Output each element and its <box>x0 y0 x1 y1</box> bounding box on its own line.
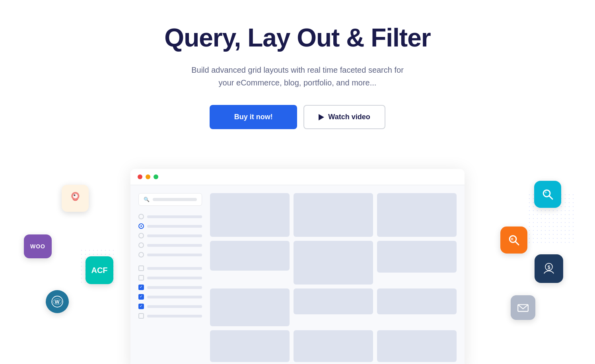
checkbox-5-checked <box>138 304 144 309</box>
checkbox-6 <box>138 313 144 319</box>
browser-dot-green <box>154 174 158 179</box>
checkbox-item-6[interactable] <box>138 313 202 319</box>
filter-sidebar: 🔍 <box>138 193 202 362</box>
grid-card-5 <box>294 241 373 285</box>
grid-card-10 <box>210 330 290 362</box>
search-cyan-icon <box>534 181 561 208</box>
grid-card-1 <box>210 193 290 237</box>
buy-now-button[interactable]: Buy it now! <box>210 105 297 129</box>
grid-card-3 <box>377 193 457 237</box>
radio-filter-group <box>138 214 202 258</box>
hero-buttons: Buy it now! Watch video <box>8 105 587 129</box>
floating-icons-left: WOO ACF W <box>0 169 123 360</box>
radio-item-5[interactable] <box>138 252 202 258</box>
svg-text:R: R <box>511 238 513 242</box>
browser-dot-red <box>138 174 142 179</box>
radio-item-4[interactable] <box>138 242 202 248</box>
radio-circle-4 <box>138 242 144 248</box>
acf-label: ACF <box>91 266 107 275</box>
grid-card-9 <box>377 288 457 314</box>
browser-window: 🔍 <box>130 169 465 364</box>
checkbox-filter-group <box>138 265 202 319</box>
watch-video-label: Watch video <box>328 113 370 121</box>
mail-svg <box>517 301 529 314</box>
hero-title: Query, Lay Out & Filter <box>8 24 587 52</box>
radio-label-5 <box>147 254 202 256</box>
dollar-svg: $ <box>541 261 556 276</box>
hero-section: Query, Lay Out & Filter Build advanced g… <box>0 0 595 169</box>
search-cyan-svg <box>541 187 555 201</box>
woo-label: WOO <box>30 243 45 250</box>
svg-point-0 <box>71 192 79 200</box>
mockup-section: WOO ACF W <box>0 169 595 364</box>
checkbox-1 <box>138 265 144 271</box>
svg-point-8 <box>509 236 516 243</box>
play-icon <box>319 114 324 120</box>
dot-pattern-left <box>80 248 115 284</box>
radio-item-1[interactable] <box>138 214 202 219</box>
svg-rect-13 <box>518 305 528 312</box>
radio-item-3[interactable] <box>138 233 202 238</box>
grid-display <box>210 193 457 362</box>
watch-video-button[interactable]: Watch video <box>303 105 385 129</box>
checkbox-item-3[interactable] <box>138 285 202 290</box>
radio-circle-1 <box>138 214 144 219</box>
grid-card-6 <box>377 241 457 273</box>
dot-pattern-right <box>527 193 575 244</box>
checkbox-label-5 <box>147 305 202 308</box>
wp-svg: W <box>51 295 64 308</box>
checkbox-label-4 <box>147 296 202 298</box>
mail-icon <box>511 295 535 320</box>
woocommerce-icon: WOO <box>24 234 52 258</box>
floating-icons-right: R $ <box>468 169 595 364</box>
browser-content: 🔍 <box>130 185 465 364</box>
filter-search-box[interactable]: 🔍 <box>138 193 202 206</box>
browser-bar <box>130 169 465 185</box>
checkbox-3-checked <box>138 285 144 290</box>
radio-label-1 <box>147 215 202 218</box>
svg-line-6 <box>549 196 552 199</box>
checkbox-label-1 <box>147 267 202 270</box>
svg-text:$: $ <box>548 265 550 271</box>
grid-card-12 <box>377 330 457 362</box>
svg-point-7 <box>545 192 547 194</box>
radio-item-2[interactable] <box>138 223 202 229</box>
radio-label-4 <box>147 244 202 247</box>
dollar-icon: $ <box>535 254 563 283</box>
svg-point-1 <box>73 194 78 198</box>
grid-card-8 <box>294 288 373 314</box>
svg-line-9 <box>515 242 519 245</box>
checkbox-2 <box>138 275 144 281</box>
grid-card-7 <box>210 288 290 326</box>
svg-text:W: W <box>55 299 60 305</box>
grid-card-11 <box>294 330 373 362</box>
checkbox-label-2 <box>147 277 202 279</box>
radio-label-2 <box>147 225 202 228</box>
search-placeholder-bar <box>153 198 197 201</box>
wordpress-icon: W <box>46 290 69 313</box>
page-wrapper: Query, Lay Out & Filter Build advanced g… <box>0 0 595 364</box>
checkbox-item-4[interactable] <box>138 294 202 300</box>
checkbox-item-2[interactable] <box>138 275 202 281</box>
svg-point-5 <box>543 190 550 197</box>
svg-point-11 <box>545 263 552 271</box>
svg-point-2 <box>74 194 75 196</box>
parrot-svg <box>67 190 84 207</box>
checkbox-4-checked <box>138 294 144 300</box>
parrot-icon <box>62 185 89 212</box>
svg-point-3 <box>52 296 63 308</box>
checkbox-item-1[interactable] <box>138 265 202 271</box>
radio-circle-3 <box>138 233 144 238</box>
browser-dot-yellow <box>146 174 150 179</box>
acf-icon: ACF <box>86 256 113 284</box>
checkbox-label-6 <box>147 315 202 318</box>
checkbox-item-5[interactable] <box>138 304 202 309</box>
filter-search-icon: 🔍 <box>144 197 150 202</box>
radio-label-3 <box>147 234 202 237</box>
grid-card-4 <box>210 241 290 271</box>
search-orange-icon: R <box>500 227 527 254</box>
checkbox-label-3 <box>147 286 202 289</box>
grid-card-2 <box>294 193 373 237</box>
radio-circle-5 <box>138 252 144 258</box>
hero-subtitle: Build advanced grid layouts with real ti… <box>186 64 409 89</box>
